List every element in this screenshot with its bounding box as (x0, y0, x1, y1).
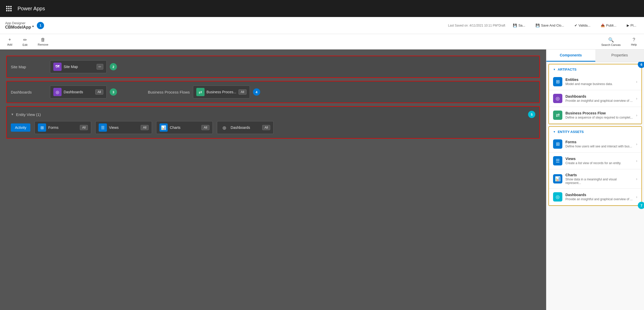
dashboards-card[interactable]: ◎ Dashboards All (50, 86, 107, 98)
asset-forms-chevron: › (636, 142, 637, 146)
help-icon: ? (633, 37, 635, 43)
asset-charts-chevron: › (636, 177, 637, 181)
bpf-group: Business Process Flows ⇄ Business Proces… (148, 86, 260, 98)
forms-label: Forms (48, 125, 78, 130)
tab-properties[interactable]: Properties (595, 49, 644, 62)
topbar: Power Apps (0, 0, 644, 17)
search-canvas-label: Search Canvas (601, 43, 621, 46)
charts-badge: All (201, 125, 209, 130)
forms-card[interactable]: ⊞ Forms All (35, 121, 91, 134)
main-area: Site Map 🗺 Site Map ✏ 2 Dashboards (0, 49, 644, 310)
app-title: Power Apps (18, 6, 45, 12)
artifact-dashboards[interactable]: ◎ Dashboards Provide an insightful and g… (549, 90, 641, 107)
entities-chevron: › (636, 80, 637, 84)
asset-dashboards[interactable]: ◎ Dashboards Provide an insightful and g… (549, 189, 641, 205)
artifact-bpf-desc: Define a sequence of steps required to c… (565, 116, 633, 119)
asset-dashboards-chevron: › (636, 195, 637, 199)
asset-forms-icon: ⊞ (553, 139, 562, 149)
asset-forms-text: Forms Define how users will see and inte… (565, 140, 633, 148)
sitemap-edit-icon[interactable]: ✏ (97, 64, 103, 70)
validate-button[interactable]: ✔ Valida... (572, 22, 593, 29)
entity-section-wrapper: ▼ Entity View (1) 5 Activity ⊞ Forms All… (6, 106, 540, 139)
views-icon: ☰ (99, 123, 107, 132)
charts-card[interactable]: 📊 Charts All (156, 121, 213, 134)
artifact-dashboards-chevron: › (636, 96, 637, 100)
sitemap-label: Site Map (11, 65, 47, 69)
waffle-button[interactable] (4, 4, 13, 13)
sitemap-card[interactable]: 🗺 Site Map ✏ (50, 60, 107, 73)
panel-tabs: Components Properties (546, 49, 644, 62)
asset-forms[interactable]: ⊞ Forms Define how users will see and in… (549, 136, 641, 153)
bpf-canvas-label: Business Process Flows (148, 90, 190, 94)
artifact-dashboards-icon: ◎ (553, 94, 562, 103)
remove-button[interactable]: 🗑 Remove (36, 36, 50, 47)
artifact-bpf-title: Business Process Flow (565, 111, 633, 115)
forms-icon: ⊞ (38, 123, 46, 132)
tab-components[interactable]: Components (546, 49, 595, 62)
bpf-badge: All (239, 89, 247, 95)
waffle-icon (6, 6, 11, 11)
views-label: Views (109, 125, 139, 130)
activity-button[interactable]: Activity (11, 123, 30, 132)
right-panel: Components Properties 6 ▼ ARTIFACTS ⊞ En… (546, 49, 644, 310)
dashboards-group: Dashboards ◎ Dashboards All 3 (11, 86, 117, 98)
bpf-card-label: Business Proces... (207, 90, 236, 94)
entity-dashboards-card[interactable]: ◎ Dashboards All (217, 121, 274, 134)
help-button[interactable]: ? Help (629, 36, 639, 47)
collapse-arrow[interactable]: ▼ (11, 113, 14, 116)
entities-text: Entities Model and manage business data. (565, 78, 633, 86)
asset-dashboards-icon: ◎ (553, 192, 562, 202)
save-button[interactable]: 💾 Sa... (510, 22, 528, 29)
artifact-bpf[interactable]: ⇄ Business Process Flow Define a sequenc… (549, 107, 641, 124)
badge-7: 7 (638, 202, 644, 209)
views-card[interactable]: ☰ Views All (95, 121, 152, 134)
dashboards-badge: All (95, 89, 103, 95)
charts-label: Charts (170, 125, 199, 130)
add-label: Add (7, 43, 12, 46)
entity-row-items: Activity ⊞ Forms All ☰ Views All 📊 Chart… (11, 121, 535, 134)
entities-title: Entities (565, 78, 633, 82)
badge-3: 3 (110, 88, 117, 96)
entity-dashboards-label: Dashboards (231, 125, 260, 130)
validate-icon: ✔ (574, 23, 577, 27)
artifact-dashboards-desc: Provide an insightful and graphical over… (565, 99, 633, 103)
cmd-left: + Add ✏ Edit 🗑 Remove (5, 36, 50, 47)
search-canvas-button[interactable]: 🔍 Search Canvas (599, 36, 623, 47)
asset-views[interactable]: ☰ Views Create a list view of records fo… (549, 153, 641, 169)
badge-1: 1 (37, 22, 44, 29)
entity-dashboards-icon: ◎ (220, 123, 228, 132)
secondbar-left: App Designer CBModelApp * 1 (5, 21, 44, 30)
asset-dashboards-title: Dashboards (565, 193, 633, 197)
views-badge: All (141, 125, 149, 130)
artifact-entities[interactable]: ⊞ Entities Model and manage business dat… (549, 73, 641, 90)
save-and-close-button[interactable]: 💾 Save And Clo... (533, 22, 567, 29)
artifact-bpf-text: Business Process Flow Define a sequence … (565, 111, 633, 119)
add-button[interactable]: + Add (5, 36, 14, 47)
bpf-card-icon: ⇄ (196, 88, 205, 96)
asset-dashboards-text: Dashboards Provide an insightful and gra… (565, 193, 633, 201)
edit-label: Edit (23, 43, 28, 46)
tab-components-label: Components (560, 53, 582, 57)
asset-forms-title: Forms (565, 140, 633, 144)
secondbar: App Designer CBModelApp * 1 Last Saved o… (0, 17, 644, 34)
publish-button[interactable]: 📤 Publi... (598, 22, 619, 29)
middle-row: Dashboards ◎ Dashboards All 3 Business P… (11, 86, 535, 98)
save-icon: 💾 (513, 23, 517, 27)
bpf-card[interactable]: ⇄ Business Proces... All (193, 86, 250, 98)
asset-charts[interactable]: 📊 Charts Show data in a meaningful and v… (549, 169, 641, 189)
middle-section-wrapper: Dashboards ◎ Dashboards All 3 Business P… (6, 81, 540, 103)
sitemap-card-icon: 🗺 (53, 63, 62, 71)
entities-icon: ⊞ (553, 77, 562, 86)
edit-button[interactable]: ✏ Edit (21, 36, 30, 47)
publish-label: Publi... (606, 23, 616, 27)
play-button[interactable]: ▶ Pl... (624, 22, 639, 29)
entity-view-header: ▼ Entity View (1) 5 (11, 111, 535, 118)
artifact-bpf-chevron: › (636, 113, 637, 117)
search-icon: 🔍 (608, 37, 614, 43)
artifacts-header: ▼ ARTIFACTS (549, 64, 641, 73)
entity-assets-header: ▼ ENTITY ASSETS (549, 127, 641, 136)
asset-forms-desc: Define how users will see and interact w… (565, 145, 633, 148)
save-label: Sa... (518, 23, 525, 27)
artifacts-arrow: ▼ (553, 68, 556, 71)
sitemap-card-label: Site Map (64, 65, 95, 69)
